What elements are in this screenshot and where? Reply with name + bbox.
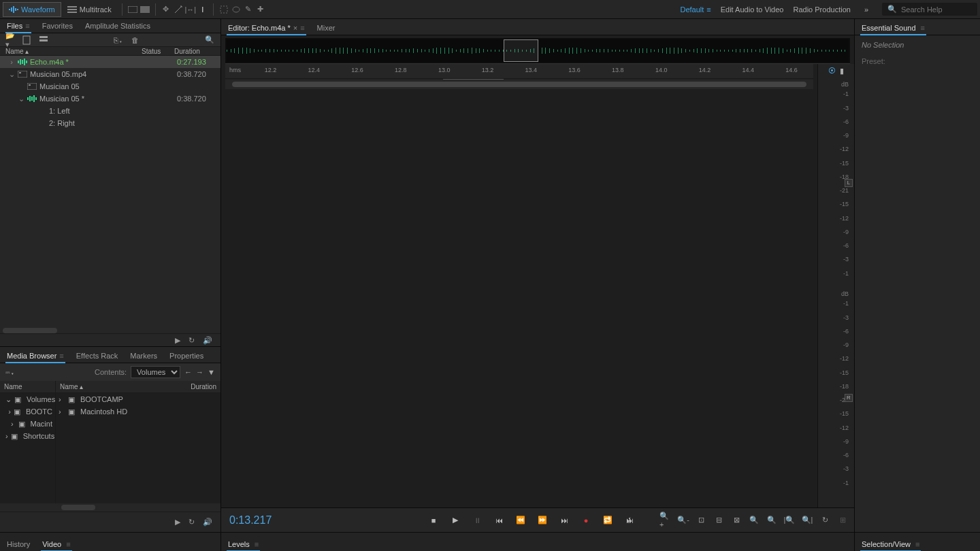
mb-right-tree[interactable]: ›▣BOOTCAMP›▣Macintosh HD [56, 393, 220, 418]
toggle-button[interactable]: ⊞ [836, 514, 849, 527]
multitrack-mode-button[interactable]: Multitrack [61, 2, 118, 17]
mb-autoplay-button[interactable]: 🔊 [203, 518, 212, 527]
expand-icon[interactable]: ⌄ [5, 395, 12, 404]
drive-icon[interactable]: ⎓▾ [5, 368, 15, 376]
heal-tool[interactable]: ✚ [255, 3, 267, 16]
zoom-sel-in-button[interactable]: |🔍 [783, 514, 796, 527]
move-tool[interactable]: ✥ [160, 3, 172, 16]
delete-button[interactable]: 🗑 [129, 35, 140, 46]
mb-col2-name[interactable]: Name ▴ [60, 383, 191, 390]
mb-row[interactable]: ›▣BOOTCAMP [56, 393, 220, 405]
file-row[interactable]: ›Echo.m4a *0:27.193 [0, 56, 220, 68]
tab-favorites[interactable]: Favorites [41, 19, 74, 33]
channel-l-button[interactable]: L [845, 179, 853, 187]
loop-button[interactable]: ↻ [189, 336, 195, 345]
zoom-reset-button[interactable]: ⊡ [695, 514, 707, 527]
contents-select[interactable]: Volumes [131, 366, 180, 378]
tab-properties[interactable]: Properties [168, 349, 205, 363]
lasso-tool[interactable] [230, 3, 242, 16]
goto-end-button[interactable]: ⏭ [557, 514, 571, 527]
spectral-toggle-button[interactable] [139, 3, 151, 16]
expand-icon[interactable]: ⌄ [8, 70, 15, 79]
timeline-ruler[interactable]: hms 12.212.412.612.813.013.213.413.613.8… [225, 64, 813, 79]
expand-icon[interactable]: › [59, 407, 65, 416]
new-file-button[interactable] [22, 35, 33, 46]
refresh-button[interactable]: ↻ [819, 514, 831, 527]
waveform-mode-button[interactable]: Waveform [3, 2, 61, 17]
mb-loop-button[interactable]: ↻ [189, 518, 195, 527]
workspace-default-button[interactable]: Default ≡ [680, 5, 710, 14]
rewind-button[interactable]: ⏪ [514, 514, 527, 527]
zoom-sel-button[interactable]: ⊟ [713, 514, 725, 527]
tab-editor[interactable]: Editor: Echo.m4a *×≡ [227, 21, 306, 35]
menu-icon[interactable]: ≡ [64, 540, 70, 548]
expand-icon[interactable]: › [8, 407, 11, 416]
zoom-sel-out-button[interactable]: 🔍| [801, 514, 813, 527]
filter-button[interactable]: ▼ [208, 368, 215, 376]
tab-amplitude-stats[interactable]: Amplitude Statistics [84, 19, 152, 33]
expand-icon[interactable]: › [11, 420, 16, 428]
forward-button[interactable]: ⏩ [536, 514, 549, 527]
record-button[interactable]: ● [579, 514, 593, 527]
file-tree[interactable]: ›Echo.m4a *0:27.193⌄Musician 05.mp40:38.… [0, 56, 220, 328]
zoom-full-button[interactable]: ⊠ [730, 514, 742, 527]
file-row[interactable]: ⌄Musician 05 *0:38.720 [0, 93, 220, 105]
brush-tool[interactable]: ✎ [242, 3, 255, 16]
file-row[interactable]: ⌄Musician 05.mp40:38.720 [0, 68, 220, 80]
expand-icon[interactable]: › [8, 58, 15, 66]
time-selection-tool[interactable]: I [197, 3, 209, 16]
tab-mixer[interactable]: Mixer [316, 21, 337, 35]
tab-selection-view[interactable]: Selection/View ≡ [860, 537, 921, 551]
back-button[interactable]: ← [184, 368, 192, 376]
mb-left-tree[interactable]: ⌄▣Volumes›▣BOOTC›▣Macint›▣Shortcuts [0, 393, 55, 442]
mb-play-button[interactable]: ▶ [175, 518, 180, 527]
tab-effects-rack[interactable]: Effects Rack [75, 349, 120, 363]
workspace-more-button[interactable]: » [860, 5, 872, 14]
close-icon[interactable]: × [293, 24, 297, 32]
tab-essential-sound[interactable]: Essential Sound ≡ [860, 21, 926, 35]
file-row[interactable]: 1: Left [0, 105, 220, 117]
stop-button[interactable]: ■ [427, 514, 440, 527]
tab-levels[interactable]: Levels ≡ [227, 537, 260, 551]
mb-row[interactable]: ›▣BOOTC [0, 405, 55, 418]
editor-hscroll[interactable] [225, 80, 813, 89]
search-help-box[interactable]: 🔍 [882, 3, 977, 16]
overview-navigator[interactable] [225, 38, 850, 64]
overview-selection[interactable] [504, 39, 538, 62]
menu-icon[interactable]: ≡ [59, 352, 63, 360]
new-multitrack-button[interactable] [38, 35, 49, 46]
mb-row[interactable]: ⌄▣Volumes [0, 393, 55, 405]
mb-row[interactable]: ›▣Shortcuts [0, 430, 55, 442]
channel-r-button[interactable]: R [845, 394, 853, 402]
menu-icon[interactable]: ≡ [252, 540, 259, 548]
menu-icon[interactable]: ≡ [25, 22, 29, 30]
expand-icon[interactable]: › [59, 395, 65, 403]
col-status[interactable]: Status [142, 48, 174, 55]
goto-start-button[interactable]: ⏮ [492, 514, 506, 527]
timecode-display[interactable]: 0:13.217 [227, 514, 404, 527]
zoom-out-amp-button[interactable]: 🔍 [766, 514, 778, 527]
play-button[interactable]: ▶ [448, 514, 462, 527]
zoom-in-amp-button[interactable]: 🔍 [748, 514, 760, 527]
hud-volume[interactable]: ◢ -1.2 dB ⤢ [443, 79, 504, 80]
workspace-radio-button[interactable]: Radio Production [793, 5, 850, 14]
play-button[interactable]: ▶ [175, 336, 180, 345]
file-row[interactable]: Musician 05 [0, 80, 220, 93]
zoom-in-button[interactable]: 🔍+ [659, 514, 672, 527]
open-file-button[interactable]: 📂▾ [5, 35, 16, 46]
col-name[interactable]: Name ▴ [5, 48, 142, 55]
files-hscroll[interactable] [0, 328, 220, 333]
mb-col2-duration[interactable]: Duration [191, 383, 216, 390]
pause-button[interactable]: ⏸ [470, 514, 484, 527]
tab-markers[interactable]: Markers [129, 349, 159, 363]
mb-col1-header[interactable]: Name [4, 383, 22, 390]
expand-icon[interactable]: › [5, 432, 8, 440]
marquee-tool[interactable] [218, 3, 230, 16]
loop-button[interactable]: 🔁 [601, 514, 615, 527]
mb-hscroll[interactable] [0, 503, 220, 512]
hud-toggle-button[interactable] [127, 3, 139, 16]
skip-button[interactable]: ⏭̸ [623, 514, 636, 527]
filter-search-input[interactable]: 🔍 [204, 35, 215, 46]
autoplay-button[interactable]: 🔊 [203, 336, 212, 345]
marker-icon[interactable]: ▮ [840, 67, 844, 76]
